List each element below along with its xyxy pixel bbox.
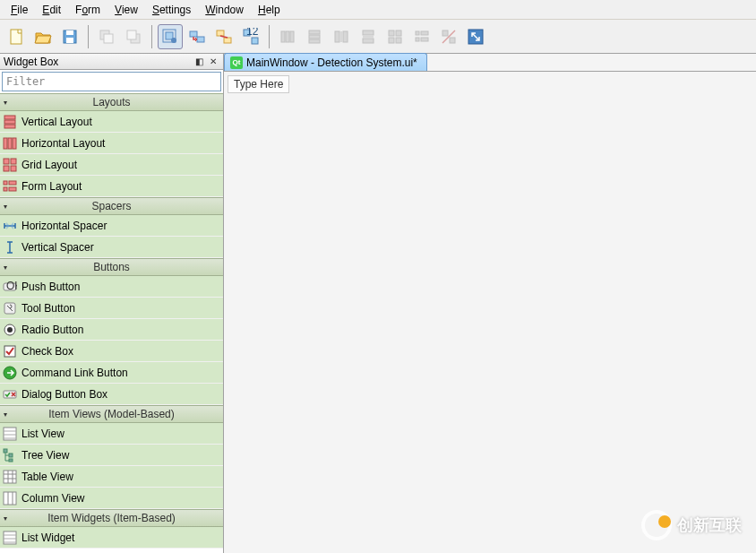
widget-grid-layout[interactable]: Grid Layout (0, 154, 223, 176)
widget-table-view[interactable]: Table View (0, 466, 223, 488)
watermark-icon (641, 510, 672, 540)
widget-list-widget[interactable]: List Widget (0, 527, 223, 549)
adjust-size-button[interactable] (463, 24, 488, 49)
widget-tree-view[interactable]: Tree View (0, 445, 223, 466)
break-layout-button[interactable] (436, 24, 461, 49)
widget-column-view[interactable]: Column View (0, 488, 223, 509)
chevron-down-icon: ▾ (4, 264, 7, 272)
svg-rect-36 (416, 38, 419, 41)
svg-point-10 (171, 38, 176, 43)
svg-point-60 (7, 327, 13, 333)
canvas-area: Qt MainWindow - Detection System.ui* Typ… (224, 54, 756, 553)
radio-button-icon (2, 322, 18, 338)
layout-horizontal-button[interactable] (275, 24, 300, 49)
svg-rect-0 (11, 30, 21, 44)
edit-signals-button[interactable] (185, 24, 210, 49)
svg-rect-22 (309, 35, 320, 39)
menu-file[interactable]: FFileile (4, 2, 35, 18)
category-item-views[interactable]: ▾Item Views (Model-Based) (0, 405, 223, 423)
widget-tree[interactable]: ▾Layouts Vertical Layout Horizontal Layo… (0, 93, 223, 553)
tree-view-icon (2, 447, 18, 463)
canvas-tab[interactable]: Qt MainWindow - Detection System.ui* (224, 53, 427, 71)
save-button[interactable] (57, 24, 82, 49)
send-to-back-button[interactable] (94, 24, 119, 49)
layout-vert-splitter-button[interactable] (356, 24, 381, 49)
svg-rect-16 (252, 38, 258, 44)
category-item-widgets[interactable]: ▾Item Widgets (Item-Based) (0, 509, 223, 527)
svg-rect-45 (4, 138, 7, 149)
layout-form-button[interactable] (409, 24, 434, 49)
widget-tool-button[interactable]: Tool Button (0, 298, 223, 319)
svg-rect-37 (421, 38, 428, 41)
widget-vertical-layout[interactable]: Vertical Layout (0, 111, 223, 133)
widget-dialog-button-box[interactable]: Dialog Button Box (0, 384, 223, 405)
filter-input[interactable]: Filter (2, 72, 221, 91)
svg-rect-3 (66, 38, 73, 43)
svg-rect-12 (197, 37, 204, 42)
column-view-icon (2, 490, 18, 506)
widget-box-panel: Widget Box ◧ ✕ Filter ▾Layouts Vertical … (0, 54, 224, 553)
widget-list-view[interactable]: List View (0, 423, 223, 445)
edit-buddies-button[interactable] (211, 24, 236, 49)
widget-horizontal-spacer[interactable]: Horizontal Spacer (0, 215, 223, 237)
svg-rect-20 (290, 31, 294, 42)
menu-settings[interactable]: SettingsSettings (145, 2, 198, 18)
vertical-layout-icon (2, 114, 18, 130)
widget-push-button[interactable]: OKPush Button (0, 276, 223, 298)
widget-horizontal-layout[interactable]: Horizontal Layout (0, 133, 223, 154)
push-button-icon: OK (2, 279, 18, 295)
panel-close-button[interactable]: ✕ (207, 56, 219, 68)
menu-help[interactable]: HelpHelp (251, 2, 288, 18)
layout-vertical-button[interactable] (302, 24, 327, 49)
layout-horiz-splitter-button[interactable] (329, 24, 354, 49)
widget-radio-button[interactable]: Radio Button (0, 319, 223, 341)
svg-rect-31 (396, 30, 401, 36)
widget-check-box[interactable]: Check Box (0, 341, 223, 362)
svg-rect-21 (309, 30, 320, 34)
menu-edit[interactable]: EditEdit (35, 2, 68, 18)
svg-rect-2 (66, 30, 73, 35)
layout-grid-button[interactable] (382, 24, 408, 49)
dialog-button-box-icon (2, 386, 18, 402)
watermark-text: 创新互联 (677, 514, 742, 536)
edit-widgets-button[interactable] (158, 24, 183, 49)
svg-rect-53 (9, 181, 16, 185)
canvas-tab-title: MainWindow - Detection System.ui* (246, 56, 417, 69)
chevron-down-icon: ▾ (4, 203, 7, 211)
toolbar-separator (88, 25, 89, 48)
svg-rect-30 (389, 30, 394, 36)
menu-form[interactable]: FormForm (68, 2, 107, 18)
svg-rect-9 (166, 32, 173, 39)
widget-command-link-button[interactable]: Command Link Button (0, 362, 223, 384)
svg-rect-33 (396, 38, 401, 43)
table-view-icon (2, 469, 18, 485)
menubar-placeholder[interactable]: Type Here (228, 75, 289, 93)
chevron-down-icon: ▾ (4, 99, 7, 107)
svg-rect-35 (421, 31, 428, 35)
edit-tab-order-button[interactable]: 12 (238, 24, 263, 49)
open-file-button[interactable] (30, 24, 56, 49)
tool-button-icon (2, 300, 18, 316)
svg-rect-11 (190, 31, 197, 37)
svg-rect-43 (4, 120, 15, 124)
category-spacers[interactable]: ▾Spacers (0, 197, 223, 215)
svg-rect-50 (4, 166, 9, 171)
widget-form-layout[interactable]: Form Layout (0, 176, 223, 197)
svg-rect-71 (4, 471, 16, 483)
category-buttons[interactable]: ▾Buttons (0, 258, 223, 276)
new-file-button[interactable] (4, 24, 29, 49)
svg-rect-70 (9, 459, 13, 462)
widget-vertical-spacer[interactable]: Vertical Spacer (0, 237, 223, 258)
svg-rect-13 (217, 30, 224, 36)
canvas-tabbar: Qt MainWindow - Detection System.ui* (224, 54, 756, 72)
bring-to-front-button[interactable] (121, 24, 146, 49)
category-layouts[interactable]: ▾Layouts (0, 93, 223, 111)
check-box-icon (2, 343, 18, 359)
menu-window[interactable]: WindowWindow (198, 2, 251, 18)
watermark: 创新互联 (641, 510, 742, 540)
menu-view[interactable]: ViewView (107, 2, 145, 18)
design-canvas[interactable]: Type Here (224, 72, 756, 553)
panel-float-button[interactable]: ◧ (193, 56, 205, 68)
toolbar-separator (151, 25, 152, 48)
svg-rect-68 (4, 449, 7, 453)
